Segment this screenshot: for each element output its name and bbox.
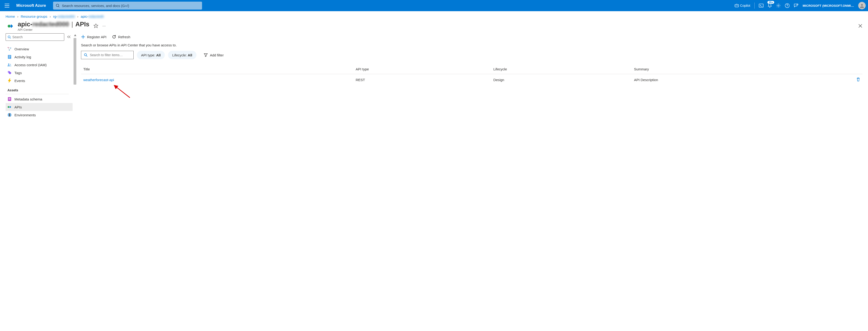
collapse-sidebar-icon[interactable] xyxy=(67,35,71,39)
events-icon xyxy=(7,79,12,83)
sidebar-item-metadata-schema[interactable]: Metadata schema xyxy=(6,95,73,103)
notifications-button[interactable]: 20+ xyxy=(768,3,772,8)
sidebar-item-label: Overview xyxy=(14,47,29,51)
activitylog-icon xyxy=(7,55,12,59)
notification-badge: 20+ xyxy=(768,1,774,4)
sidebar-item-label: Access control (IAM) xyxy=(14,63,46,67)
tags-icon xyxy=(7,71,12,75)
settings-button[interactable] xyxy=(776,3,781,8)
svg-rect-1 xyxy=(735,4,739,7)
filter-bar: API type : All Lifecycle : All Add filte… xyxy=(81,51,862,59)
search-icon xyxy=(56,4,60,7)
page-header: apic-redacted000 | APIs API Center ⋯ xyxy=(0,20,868,33)
account-label[interactable]: MICROSOFT (MICROSOFT.ONMI… xyxy=(803,4,854,7)
feedback-button[interactable] xyxy=(794,3,798,8)
delete-button[interactable] xyxy=(856,78,860,82)
chevron-right-icon: › xyxy=(17,15,19,19)
svg-point-0 xyxy=(56,4,59,7)
table-row: weatherforecast-api REST Design API Desc… xyxy=(81,74,862,86)
breadcrumb-home[interactable]: Home xyxy=(6,15,15,19)
annotation-arrow xyxy=(114,85,868,100)
sidebar-item-overview[interactable]: Overview xyxy=(6,45,73,53)
svg-point-8 xyxy=(861,4,863,6)
add-filter-button[interactable]: Add filter xyxy=(200,51,228,59)
lifecycle-cell: Design xyxy=(491,74,631,86)
svg-point-7 xyxy=(797,4,798,5)
filter-search-input[interactable] xyxy=(90,53,131,57)
close-button[interactable] xyxy=(858,24,862,29)
description-text: Search or browse APIs in API Center that… xyxy=(81,43,862,47)
table-header-row: Title API type Lifecycle Summary xyxy=(81,64,862,74)
breadcrumb-resource-groups[interactable]: Resource groups xyxy=(21,15,47,19)
register-api-button[interactable]: Register API xyxy=(81,35,106,39)
sidebar-item-label: Environments xyxy=(14,113,36,117)
filter-search[interactable] xyxy=(81,51,134,59)
svg-rect-23 xyxy=(9,99,10,100)
svg-point-26 xyxy=(84,54,86,56)
accesscontrol-icon xyxy=(7,63,12,67)
global-search-input[interactable] xyxy=(62,4,199,8)
sidebar: Overview Activity log Access control (IA… xyxy=(0,33,73,123)
avatar[interactable] xyxy=(858,2,866,9)
sidebar-item-apis[interactable]: APIs xyxy=(6,103,73,111)
svg-point-2 xyxy=(736,5,736,6)
svg-point-19 xyxy=(10,64,11,65)
sidebar-search-input[interactable] xyxy=(12,35,62,39)
col-lifecycle[interactable]: Lifecycle xyxy=(491,64,631,74)
apis-icon xyxy=(7,105,12,109)
refresh-button[interactable]: Refresh xyxy=(112,35,130,39)
scrollbar[interactable] xyxy=(73,33,77,123)
global-search[interactable] xyxy=(53,2,202,9)
filter-lifecycle[interactable]: Lifecycle : All xyxy=(168,51,196,59)
svg-rect-16 xyxy=(9,57,10,57)
svg-rect-17 xyxy=(9,58,10,58)
svg-point-3 xyxy=(737,5,738,6)
sidebar-item-label: Tags xyxy=(14,71,22,75)
api-title-link[interactable]: weatherforecast-api xyxy=(83,78,114,82)
breadcrumb-apic[interactable]: apic-redacted0 xyxy=(81,15,104,19)
sidebar-item-access-control[interactable]: Access control (IAM) xyxy=(6,61,73,69)
chevron-right-icon: › xyxy=(50,15,51,19)
toolbar: Register API Refresh xyxy=(81,33,862,43)
sidebar-search[interactable] xyxy=(6,33,64,41)
svg-point-10 xyxy=(8,36,10,38)
col-api-type[interactable]: API type xyxy=(353,64,491,74)
sidebar-item-label: APIs xyxy=(14,105,22,109)
col-summary[interactable]: Summary xyxy=(632,64,853,74)
svg-rect-4 xyxy=(759,4,764,7)
sidebar-item-events[interactable]: Events xyxy=(6,77,73,85)
api-center-icon xyxy=(6,21,16,31)
breadcrumb: Home › Resource groups › rg-redacted00 ›… xyxy=(0,11,868,20)
hamburger-menu[interactable] xyxy=(2,4,12,7)
main-content: Register API Refresh Search or browse AP… xyxy=(77,33,868,123)
body: Overview Activity log Access control (IA… xyxy=(0,33,868,123)
sidebar-item-tags[interactable]: Tags xyxy=(6,69,73,77)
separator xyxy=(754,3,755,9)
api-type-cell: REST xyxy=(353,74,491,86)
chevron-right-icon: › xyxy=(77,15,79,19)
brand[interactable]: Microsoft Azure xyxy=(16,3,46,8)
title-separator: | xyxy=(71,21,73,28)
svg-point-20 xyxy=(8,72,9,73)
apis-table: Title API type Lifecycle Summary weather… xyxy=(81,64,862,86)
environments-icon xyxy=(7,113,12,117)
svg-rect-15 xyxy=(9,56,10,56)
copilot-button[interactable]: Copilot xyxy=(735,3,750,8)
sidebar-item-label: Activity log xyxy=(14,55,31,59)
breadcrumb-rg[interactable]: rg-redacted00 xyxy=(53,15,75,19)
col-title[interactable]: Title xyxy=(81,64,353,74)
sidebar-item-environments[interactable]: Environments xyxy=(6,111,73,119)
favorite-star-icon[interactable] xyxy=(94,24,98,29)
help-button[interactable] xyxy=(785,3,789,8)
sidebar-section-assets: Assets xyxy=(6,85,69,94)
filter-icon xyxy=(204,53,208,57)
sidebar-item-activity-log[interactable]: Activity log xyxy=(6,53,73,61)
more-button[interactable]: ⋯ xyxy=(102,24,106,28)
cloud-shell-button[interactable] xyxy=(759,4,764,7)
svg-point-18 xyxy=(8,64,9,65)
metadata-icon xyxy=(7,97,12,101)
service-subtitle: API Center xyxy=(18,28,89,31)
page-title: APIs xyxy=(75,21,89,28)
filter-api-type[interactable]: API type : All xyxy=(137,51,165,59)
sidebar-item-label: Metadata schema xyxy=(14,97,42,101)
